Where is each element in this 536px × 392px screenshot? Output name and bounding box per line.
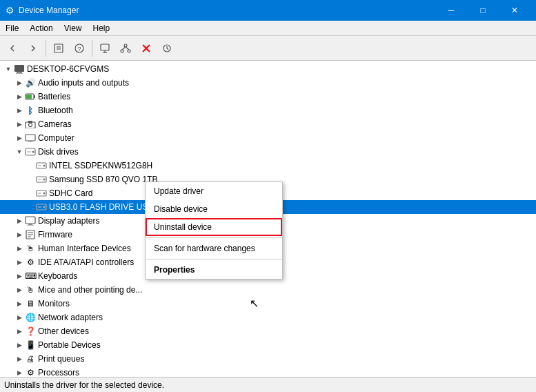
context-disable-device[interactable]: Disable device (146, 200, 282, 218)
tree-item-cameras[interactable]: ▶ Cameras (0, 117, 536, 131)
portable-toggle[interactable]: ▶ (14, 340, 25, 351)
svg-rect-43 (28, 224, 32, 225)
tree-item-audio[interactable]: ▶ 🔊 Audio inputs and outputs (0, 76, 536, 90)
context-properties[interactable]: Properties (146, 261, 282, 279)
samsung-ssd-icon (36, 174, 47, 185)
back-button[interactable] (3, 39, 22, 58)
ide-toggle[interactable]: ▶ (14, 257, 25, 268)
tree-item-processors[interactable]: ▶ ⚙ Processors (0, 366, 536, 377)
tree-item-bluetooth[interactable]: ▶ ᛒ Bluetooth (0, 104, 536, 117)
firmware-icon (25, 229, 36, 240)
status-bar: Uninstalls the driver for the selected d… (0, 377, 536, 392)
tree-item-batteries[interactable]: ▶ Batteries (0, 90, 536, 104)
help-button[interactable]: ? (70, 39, 89, 58)
hid-icon: 🖱 (25, 243, 36, 254)
monitors-icon: 🖥 (25, 298, 36, 309)
batteries-icon (25, 91, 36, 102)
network-toggle[interactable]: ▶ (14, 312, 25, 323)
tree-item-print[interactable]: ▶ 🖨 Print queues (0, 352, 536, 366)
tree-item-mice[interactable]: ▶ 🖱 Mice and other pointing de... (0, 283, 536, 297)
tree-item-computer[interactable]: ▶ Computer (0, 131, 536, 145)
tree-item-disk-drives[interactable]: ▼ Disk drives (0, 145, 536, 159)
keyboards-label: Keyboards (38, 271, 77, 281)
svg-rect-16 (14, 65, 24, 72)
sdhc-label: SDHC Card (49, 188, 92, 198)
svg-point-41 (43, 206, 46, 208)
tree-root[interactable]: ▼ DESKTOP-6CFVGMS (0, 62, 536, 76)
other-label: Other devices (38, 326, 89, 336)
svg-rect-18 (16, 73, 23, 74)
samsung-ssd-label: Samsung SSD 870 QVO 1TB (49, 175, 157, 184)
close-button[interactable]: ✕ (499, 0, 530, 21)
bluetooth-icon: ᛒ (25, 105, 36, 116)
computer-toggle[interactable]: ▶ (14, 133, 25, 144)
display-icon (25, 215, 36, 226)
other-toggle[interactable]: ▶ (14, 326, 25, 337)
context-uninstall-device[interactable]: Uninstall device (146, 218, 282, 236)
main-content: ▼ DESKTOP-6CFVGMS ▶ 🔊 Audio inputs and o… (0, 61, 536, 377)
tree-item-portable[interactable]: ▶ 📱 Portable Devices (0, 338, 536, 352)
menu-file[interactable]: File (0, 22, 24, 35)
title-bar: ⚙ Device Manager ─ □ ✕ (0, 0, 536, 21)
forward-button[interactable] (23, 39, 43, 58)
svg-point-38 (43, 193, 46, 195)
mice-toggle[interactable]: ▶ (14, 284, 25, 295)
context-sep-2 (146, 259, 282, 259)
context-sep-1 (146, 237, 282, 238)
keyboards-toggle[interactable]: ▶ (14, 271, 25, 282)
menu-help[interactable]: Help (88, 22, 116, 35)
keyboards-icon: ⌨ (25, 271, 36, 282)
tree-item-network[interactable]: ▶ 🌐 Network adapters (0, 311, 536, 324)
update-button[interactable] (157, 39, 177, 58)
svg-rect-20 (34, 95, 35, 98)
disk-drives-toggle[interactable]: ▼ (14, 146, 25, 157)
bluetooth-toggle[interactable]: ▶ (14, 105, 25, 116)
processors-toggle[interactable]: ▶ (14, 367, 25, 377)
toolbar-sep-1 (46, 40, 46, 57)
properties-button[interactable] (49, 39, 68, 58)
svg-point-9 (121, 50, 123, 52)
cameras-label: Cameras (38, 119, 72, 129)
bluetooth-label: Bluetooth (38, 106, 73, 115)
root-toggle[interactable]: ▼ (3, 63, 14, 75)
network-button[interactable] (116, 39, 135, 58)
svg-point-32 (43, 165, 46, 167)
svg-rect-26 (28, 141, 32, 142)
svg-point-8 (124, 44, 127, 47)
audio-icon: 🔊 (25, 77, 36, 88)
sdhc-icon (36, 188, 47, 199)
context-update-driver[interactable]: Update driver (146, 182, 282, 200)
processors-icon: ⚙ (25, 367, 36, 377)
app-title: Device Manager (19, 6, 79, 15)
display-toggle[interactable]: ▶ (14, 215, 25, 226)
print-toggle[interactable]: ▶ (14, 353, 25, 364)
menu-view[interactable]: View (59, 22, 88, 35)
cameras-toggle[interactable]: ▶ (14, 119, 25, 130)
tree-item-intel-ssd[interactable]: ▶ INTEL SSDPEKNW512G8H (0, 159, 536, 173)
tree-view[interactable]: ▼ DESKTOP-6CFVGMS ▶ 🔊 Audio inputs and o… (0, 61, 536, 377)
tree-item-monitors[interactable]: ▶ 🖥 Monitors (0, 297, 536, 311)
menu-action[interactable]: Action (24, 22, 58, 35)
display-label: Display adapters (38, 216, 99, 226)
usb-flash-icon (36, 202, 47, 213)
maximize-button[interactable]: □ (467, 0, 499, 21)
svg-line-12 (126, 47, 129, 50)
print-icon: 🖨 (25, 353, 36, 364)
minimize-button[interactable]: ─ (435, 0, 467, 21)
svg-rect-44 (27, 225, 34, 226)
audio-toggle[interactable]: ▶ (14, 77, 25, 88)
svg-rect-42 (26, 217, 35, 224)
tree-item-other[interactable]: ▶ ❓ Other devices (0, 324, 536, 338)
batteries-toggle[interactable]: ▶ (14, 91, 25, 102)
hid-toggle[interactable]: ▶ (14, 243, 25, 254)
mice-icon: 🖱 (25, 284, 36, 295)
intel-ssd-label: INTEL SSDPEKNW512G8H (49, 161, 152, 170)
monitors-toggle[interactable]: ▶ (14, 298, 25, 309)
scan-button[interactable] (95, 39, 115, 58)
delete-button[interactable] (137, 39, 156, 58)
other-icon: ❓ (25, 326, 36, 337)
firmware-label: Firmware (38, 230, 72, 239)
context-scan-hardware[interactable]: Scan for hardware changes (146, 239, 282, 257)
portable-icon: 📱 (25, 340, 36, 351)
firmware-toggle[interactable]: ▶ (14, 229, 25, 240)
